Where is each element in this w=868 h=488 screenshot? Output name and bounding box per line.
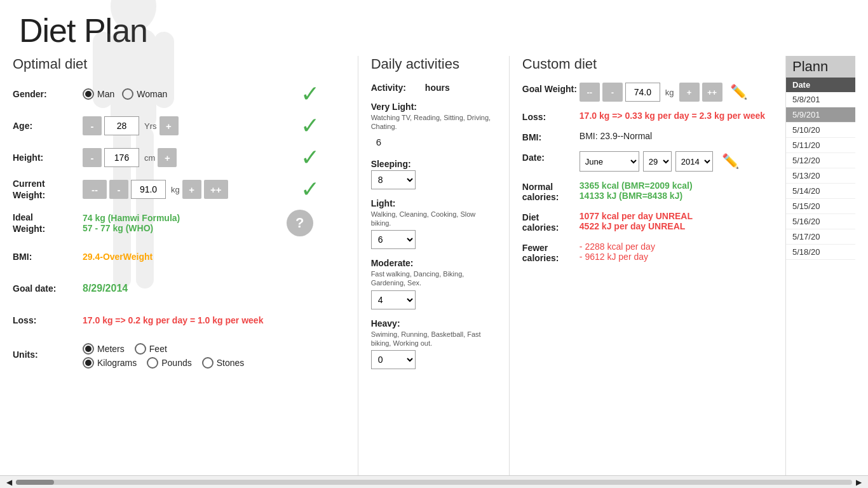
goal-weight-edit-icon[interactable]: ✏️	[730, 84, 747, 100]
goal-weight-inc1-button[interactable]: +	[679, 83, 700, 102]
goal-weight-unit: kg	[665, 88, 674, 97]
pounds-option[interactable]: Pounds	[147, 357, 191, 369]
kilograms-radio[interactable]	[83, 357, 94, 369]
height-unit: cm	[144, 153, 155, 163]
planner-date-row[interactable]: 5/13/20	[786, 168, 855, 184]
light-select[interactable]: 6	[371, 230, 416, 249]
light-control: 6	[371, 230, 496, 249]
custom-bmi-label: BMI:	[522, 131, 580, 142]
ideal-weight-label: Ideal Weight:	[13, 212, 83, 234]
sleeping-select[interactable]: 8	[371, 170, 416, 189]
meters-option[interactable]: Meters	[83, 343, 125, 355]
normal-calories-values: 3365 kcal (BMR=2009 kcal) 14133 kJ (BMR=…	[580, 180, 693, 201]
light-desc: Walking, Cleaning, Cooking, Slow biking.	[371, 210, 496, 228]
scrollbar-thumb[interactable]	[16, 480, 54, 485]
sleeping-activity: Sleeping: 8	[371, 159, 496, 189]
planner-date-row[interactable]: 5/18/20	[786, 245, 855, 260]
gender-man-radio[interactable]	[83, 88, 94, 100]
moderate-select[interactable]: 4	[371, 290, 416, 309]
bmi-label: BMI:	[13, 252, 83, 262]
divider-2	[509, 56, 510, 475]
custom-loss-row: Loss: 17.0 kg => 0.33 kg per day = 2.3 k…	[522, 111, 785, 122]
goal-date-row: Goal date: 8/29/2014	[13, 277, 345, 300]
planner-date-row[interactable]: 5/14/20	[786, 184, 855, 199]
scroll-right-arrow[interactable]: ▶	[856, 478, 862, 487]
height-row: Height: - cm + ✓	[13, 146, 345, 169]
gender-woman-radio[interactable]	[122, 88, 133, 100]
stones-option[interactable]: Stones	[202, 357, 245, 369]
current-weight-row: Current Weight: -- - kg + ++ ✓	[13, 178, 345, 201]
planner-date-row[interactable]: 5/15/20	[786, 199, 855, 214]
divider-1	[358, 56, 358, 475]
height-inc-button[interactable]: +	[158, 148, 177, 167]
month-select[interactable]: JanuaryFebruaryMarchAprilMayJuneJulyAugu…	[580, 151, 639, 172]
stones-radio[interactable]	[202, 357, 214, 369]
gender-man-option[interactable]: Man	[83, 88, 114, 100]
year-select[interactable]: 201320142015	[675, 151, 713, 172]
ideal-weight-row: Ideal Weight: 74 kg (Hamwi Formula) 57 -…	[13, 210, 345, 236]
kilograms-option[interactable]: Kilograms	[83, 357, 137, 369]
svg-point-0	[111, 0, 156, 32]
current-weight-inc2-button[interactable]: ++	[204, 180, 228, 199]
daily-activities-panel: Daily activities Activity: hours Very Li…	[371, 56, 496, 475]
feet-option[interactable]: Feet	[135, 343, 167, 355]
custom-diet-title: Custom diet	[522, 56, 785, 72]
current-weight-dec2-button[interactable]: --	[83, 180, 107, 199]
pounds-radio[interactable]	[147, 357, 158, 369]
planner-date-row[interactable]: 5/16/20	[786, 214, 855, 229]
age-inc-button[interactable]: +	[159, 116, 179, 135]
ideal-weight-question-button[interactable]: ?	[287, 210, 313, 236]
gender-radio-group: Man Woman	[83, 88, 167, 100]
moderate-activity: Moderate: Fast walking, Dancing, Biking,…	[371, 258, 496, 309]
moderate-name: Moderate:	[371, 258, 496, 268]
age-input[interactable]	[104, 116, 139, 135]
diet-calories-label: Diet calories:	[522, 211, 580, 233]
loss-value: 17.0 kg => 0.2 kg per day = 1.0 kg per w…	[83, 315, 263, 325]
gender-woman-option[interactable]: Woman	[122, 88, 167, 100]
gender-woman-label: Woman	[137, 89, 167, 99]
goal-weight-dec1-button[interactable]: -	[602, 83, 623, 102]
goal-weight-dec2-button[interactable]: --	[580, 83, 600, 102]
age-dec-button[interactable]: -	[83, 116, 102, 135]
planner-date-row[interactable]: 5/8/201	[786, 92, 855, 107]
height-input[interactable]	[104, 148, 139, 167]
weight-units-row: Kilograms Pounds Stones	[83, 357, 244, 369]
light-name: Light:	[371, 198, 496, 208]
units-label: Units:	[13, 349, 83, 360]
optimal-diet-title: Optimal diet	[13, 56, 345, 72]
goal-weight-input[interactable]	[625, 83, 660, 102]
planner-date-row[interactable]: 5/10/20	[786, 123, 855, 138]
bottom-scrollbar[interactable]: ◀ ▶	[0, 475, 868, 488]
custom-diet-panel: Custom diet Goal Weight: -- - kg + ++ ✏️	[522, 56, 785, 475]
light-activity: Light: Walking, Cleaning, Cooking, Slow …	[371, 198, 496, 250]
ideal-weight-values: 74 kg (Hamwi Formula) 57 - 77 kg (WHO)	[83, 213, 180, 233]
planner-date-row[interactable]: 5/9/201	[786, 107, 855, 123]
ideal-weight-hamwi: 74 kg (Hamwi Formula)	[83, 213, 180, 223]
heavy-control: 0	[371, 350, 496, 369]
meters-radio[interactable]	[83, 343, 94, 355]
feet-radio[interactable]	[135, 343, 146, 355]
bmi-value: 29.4-OverWeight	[83, 252, 153, 262]
planner-date-row[interactable]: 5/11/20	[786, 138, 855, 153]
current-weight-input[interactable]	[131, 180, 166, 199]
current-weight-dec1-button[interactable]: -	[109, 180, 128, 199]
date-edit-icon[interactable]: ✏️	[722, 153, 739, 170]
height-dec-button[interactable]: -	[83, 148, 102, 167]
current-weight-inc1-button[interactable]: +	[182, 180, 201, 199]
stones-label: Stones	[217, 358, 245, 368]
planner-date-row[interactable]: 5/12/20	[786, 153, 855, 168]
kilograms-label: Kilograms	[97, 358, 137, 368]
height-label: Height:	[13, 152, 83, 163]
day-select[interactable]: 29	[643, 151, 672, 172]
heavy-desc: Swiming, Running, Basketball, Fast bikin…	[371, 330, 496, 348]
meters-label: Meters	[97, 344, 125, 354]
scroll-left-arrow[interactable]: ◀	[6, 478, 12, 487]
normal-calories-kcal: 3365 kcal (BMR=2009 kcal)	[580, 180, 693, 191]
heavy-select[interactable]: 0	[371, 350, 416, 369]
diet-calories-row: Diet calories: 1077 kcal per day UNREAL …	[522, 211, 785, 233]
gender-man-label: Man	[97, 89, 114, 99]
goal-weight-row: Goal Weight: -- - kg + ++ ✏️	[522, 83, 785, 102]
feet-label: Feet	[149, 344, 167, 354]
goal-weight-inc2-button[interactable]: ++	[702, 83, 722, 102]
planner-date-row[interactable]: 5/17/20	[786, 229, 855, 245]
